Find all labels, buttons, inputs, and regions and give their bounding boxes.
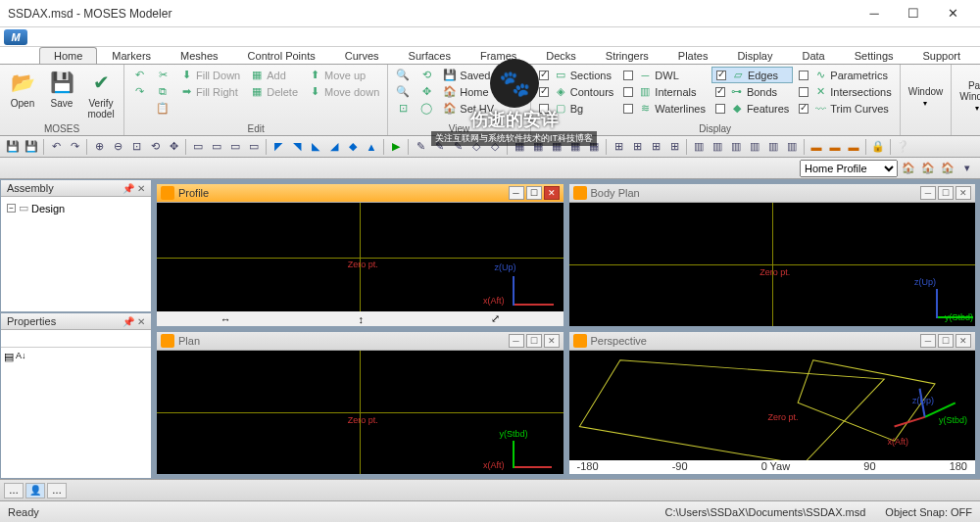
tb-e2[interactable]: ✎ bbox=[430, 138, 448, 156]
tab-stringers[interactable]: Stringers bbox=[591, 47, 663, 64]
tb-play[interactable]: ▶ bbox=[387, 138, 405, 156]
tab-curves[interactable]: Curves bbox=[330, 47, 394, 64]
sethv-button[interactable]: 🏠Set HV bbox=[439, 100, 525, 117]
vp-min-icon[interactable]: ─ bbox=[920, 334, 936, 348]
btab-3[interactable]: … bbox=[47, 483, 67, 498]
tb-f4[interactable]: ▦ bbox=[566, 138, 584, 156]
tb-c1[interactable]: ◤ bbox=[270, 138, 287, 156]
btab-1[interactable]: … bbox=[4, 483, 24, 498]
tree-toggle-icon[interactable]: − bbox=[7, 204, 16, 213]
tb-v1[interactable]: ▭ bbox=[189, 138, 207, 156]
edges-toggle[interactable]: ▱Edges bbox=[711, 67, 793, 83]
vp-min-icon[interactable]: ─ bbox=[509, 334, 524, 348]
movedown-button[interactable]: ⬇Move down bbox=[304, 83, 383, 100]
btab-2[interactable]: 👤 bbox=[25, 483, 45, 498]
tab-decks[interactable]: Decks bbox=[531, 47, 591, 64]
savedviews-button[interactable]: 💾Saved Views bbox=[439, 67, 525, 83]
bg-toggle[interactable]: ▢Bg bbox=[535, 100, 618, 117]
tb-h3[interactable]: ▥ bbox=[727, 138, 745, 156]
tab-support[interactable]: Support bbox=[908, 47, 976, 64]
home-red-icon[interactable]: 🏠 bbox=[900, 160, 917, 177]
tb-h5[interactable]: ▥ bbox=[764, 138, 782, 156]
view-selector[interactable]: Home Profile bbox=[800, 160, 898, 177]
tb-g4[interactable]: ⊞ bbox=[665, 138, 683, 156]
tb-h6[interactable]: ▥ bbox=[783, 138, 801, 156]
tab-plates[interactable]: Plates bbox=[663, 47, 723, 64]
trimcurves-toggle[interactable]: 〰Trim Curves bbox=[795, 100, 895, 117]
pin-icon[interactable]: 📌 ✕ bbox=[122, 316, 145, 327]
tb-undo[interactable]: ↶ bbox=[47, 138, 65, 156]
bonds-toggle[interactable]: ⊶Bonds bbox=[711, 83, 793, 100]
vp-close-icon[interactable]: ✕ bbox=[544, 186, 560, 200]
tb-save2[interactable]: 💾 bbox=[23, 138, 40, 156]
maximize-button[interactable]: ☐ bbox=[894, 4, 933, 24]
tb-save[interactable]: 💾 bbox=[4, 138, 22, 156]
tb-e3[interactable]: ✎ bbox=[449, 138, 466, 156]
vp-max-icon[interactable]: ☐ bbox=[526, 186, 542, 200]
tb-c6[interactable]: ▲ bbox=[363, 138, 380, 156]
internals-toggle[interactable]: ▥Internals bbox=[619, 83, 710, 100]
contours-toggle[interactable]: ◈Contours bbox=[535, 83, 618, 100]
vp-max-icon[interactable]: ☐ bbox=[526, 334, 542, 348]
tb-g2[interactable]: ⊞ bbox=[628, 138, 646, 156]
tab-markers[interactable]: Markers bbox=[97, 47, 166, 64]
window-button[interactable]: Window▾ bbox=[905, 67, 948, 110]
viewport-bodyplan[interactable]: Body Plan ─☐✕ Zero pt. z(Up) y(Stbd) bbox=[568, 183, 977, 327]
tb-f1[interactable]: ▦ bbox=[511, 138, 528, 156]
features-toggle[interactable]: ◆Features bbox=[711, 100, 793, 117]
tb-h4[interactable]: ▥ bbox=[746, 138, 763, 156]
minimize-button[interactable]: ─ bbox=[855, 4, 894, 24]
tab-meshes[interactable]: Meshes bbox=[166, 47, 233, 64]
tb-rotate[interactable]: ⟲ bbox=[146, 138, 164, 156]
tb-zoomfit[interactable]: ⊡ bbox=[127, 138, 145, 156]
open-button[interactable]: 📂Open bbox=[4, 67, 41, 111]
zoomout-button[interactable]: 🔍 bbox=[392, 83, 414, 100]
redo-button[interactable]: ↷ bbox=[128, 83, 150, 100]
pan-button[interactable]: ✥ bbox=[416, 83, 437, 100]
tb-g1[interactable]: ⊞ bbox=[610, 138, 627, 156]
rotate-button[interactable]: ⟲ bbox=[416, 67, 437, 83]
moveup-button[interactable]: ⬆Move up bbox=[304, 67, 383, 83]
parametrics-toggle[interactable]: ∿Parametrics bbox=[795, 67, 895, 83]
sections-toggle[interactable]: ▭Sections bbox=[535, 67, 618, 83]
verify-button[interactable]: ✔Verify model bbox=[82, 67, 120, 121]
tab-display[interactable]: Display bbox=[722, 47, 787, 64]
vp-min-icon[interactable]: ─ bbox=[920, 186, 936, 200]
tb-v4[interactable]: ▭ bbox=[245, 138, 263, 156]
tb-lock[interactable]: 🔒 bbox=[869, 138, 887, 156]
intersections-toggle[interactable]: ✕Intersections bbox=[795, 83, 895, 100]
tb-e5[interactable]: ◇ bbox=[486, 138, 504, 156]
vp-close-icon[interactable]: ✕ bbox=[544, 334, 560, 348]
tb-c5[interactable]: ◆ bbox=[344, 138, 362, 156]
vp-close-icon[interactable]: ✕ bbox=[956, 334, 971, 348]
vp-max-icon[interactable]: ☐ bbox=[938, 334, 954, 348]
add-button[interactable]: ▦Add bbox=[246, 67, 302, 83]
tb-f2[interactable]: ▦ bbox=[529, 138, 547, 156]
vp-close-icon[interactable]: ✕ bbox=[956, 186, 971, 200]
sort-az-icon[interactable]: A↓ bbox=[16, 351, 26, 363]
vp-handles[interactable]: ↔↕⤢ bbox=[157, 311, 564, 326]
zoomfit-button[interactable]: ⊡ bbox=[392, 100, 414, 117]
close-button[interactable]: ✕ bbox=[933, 4, 972, 24]
tb-c2[interactable]: ◥ bbox=[288, 138, 306, 156]
homeview-button[interactable]: 🏠Home View bbox=[439, 83, 525, 100]
tb-v3[interactable]: ▭ bbox=[226, 138, 244, 156]
sort-cat-icon[interactable]: ▤ bbox=[4, 351, 14, 363]
undo-button[interactable]: ↶ bbox=[128, 67, 150, 83]
tb-e1[interactable]: ✎ bbox=[412, 138, 429, 156]
viewport-profile[interactable]: Profile ─☐✕ Zero pt. x(Aft) z(Up) ↔↕⤢ bbox=[156, 183, 564, 327]
tb-f5[interactable]: ▦ bbox=[585, 138, 603, 156]
tb-h1[interactable]: ▥ bbox=[690, 138, 708, 156]
tab-surfaces[interactable]: Surfaces bbox=[394, 47, 466, 64]
tb-zoomout[interactable]: ⊖ bbox=[109, 138, 126, 156]
tb-redo[interactable]: ↷ bbox=[66, 138, 83, 156]
tab-home[interactable]: Home bbox=[39, 47, 97, 64]
home-green-icon[interactable]: 🏠 bbox=[939, 160, 956, 177]
zoomin-button[interactable]: 🔍 bbox=[392, 67, 414, 83]
tb-c3[interactable]: ◣ bbox=[307, 138, 324, 156]
cut-button[interactable]: ✂ bbox=[152, 67, 173, 83]
tb-f3[interactable]: ▦ bbox=[548, 138, 565, 156]
vp-max-icon[interactable]: ☐ bbox=[938, 186, 954, 200]
viewport-perspective[interactable]: Perspective ─☐✕ Zero pt. y(Stbd) z(Up) x… bbox=[568, 331, 977, 475]
tb-c4[interactable]: ◢ bbox=[325, 138, 343, 156]
